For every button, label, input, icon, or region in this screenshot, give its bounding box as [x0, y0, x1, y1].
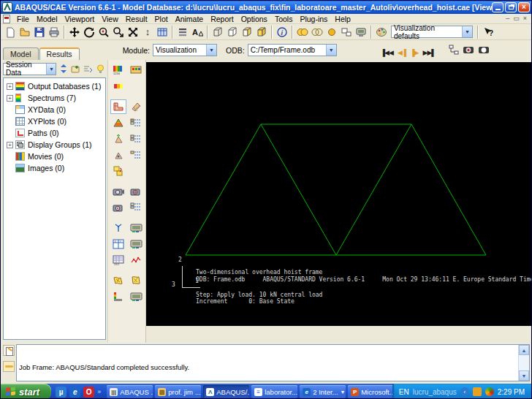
frame-selector-flag-button[interactable]: [128, 273, 144, 288]
monitor-icon[interactable]: [354, 25, 368, 39]
menu-plugins[interactable]: Plug-ins: [296, 15, 331, 23]
viewport-tile-icon[interactable]: [339, 25, 354, 39]
tree-item-movies[interactable]: Movies (0): [7, 151, 105, 162]
path-manager-button[interactable]: [110, 289, 126, 304]
spectrum-manager-button[interactable]: 1234: [110, 63, 126, 77]
menu-view[interactable]: View: [98, 15, 122, 23]
render-shaded-icon[interactable]: [240, 25, 254, 39]
chevron-down-icon[interactable]: ▼: [46, 64, 56, 75]
quick-launch-overflow-icon[interactable]: »: [97, 388, 101, 395]
message-area-tab-button[interactable]: [3, 345, 15, 356]
mdi-close-button[interactable]: ×: [523, 15, 527, 22]
render-filled-icon[interactable]: [254, 25, 269, 39]
task-internet-explorer-group[interactable]: e2 Inter...▼: [300, 385, 346, 398]
annotation-icon[interactable]: A: [190, 25, 205, 39]
chevron-down-icon[interactable]: ▼: [206, 45, 216, 56]
perspective-on-icon[interactable]: [295, 25, 310, 39]
query-icon[interactable]: [175, 25, 190, 39]
tree-item-paths[interactable]: Paths (0): [7, 127, 105, 139]
tree-item-spectrums[interactable]: +Spectrums (7): [7, 92, 105, 104]
first-frame-button[interactable]: ▐◀◀: [381, 49, 393, 56]
tree-item-display-groups[interactable]: +Display Groups (1): [7, 139, 105, 151]
field-output-flag-button[interactable]: [110, 273, 126, 288]
previous-frame-button[interactable]: ◀▐: [398, 49, 406, 56]
capture-image-button[interactable]: [478, 45, 490, 58]
mdi-minimize-button[interactable]: –: [506, 15, 509, 22]
expand-icon[interactable]: +: [7, 83, 13, 90]
menu-report[interactable]: Report: [207, 15, 238, 23]
context-help-button[interactable]: ?: [481, 25, 495, 39]
xy-options-button[interactable]: [128, 237, 144, 251]
tab-results[interactable]: Results: [39, 48, 80, 60]
tree-item-output-databases[interactable]: +Output Databases (1): [7, 80, 105, 92]
session-data-combobox[interactable]: Session Data ▼: [3, 63, 56, 75]
menu-animate[interactable]: Animate: [172, 15, 208, 23]
perspective-off-icon[interactable]: [310, 25, 324, 39]
field-output-tree-button[interactable]: [449, 45, 459, 58]
allow-multiple-plot-states-button[interactable]: [110, 164, 126, 178]
expand-icon[interactable]: +: [7, 142, 13, 148]
legend-mini-button[interactable]: [110, 79, 126, 94]
views-table-icon[interactable]: [155, 25, 170, 39]
animate-scale-factor-button[interactable]: [128, 184, 144, 199]
close-button[interactable]: ×: [518, 2, 530, 12]
filter-button[interactable]: [83, 64, 94, 75]
render-wireframe-icon[interactable]: [210, 25, 225, 39]
color-code-palette-icon[interactable]: [374, 25, 389, 39]
menu-model[interactable]: Model: [33, 15, 61, 23]
tree-item-xyplots[interactable]: XYPlots (0): [7, 115, 105, 127]
viewport-canvas[interactable]: 2 1 3 Two-dimensional overhead hoist fra…: [146, 62, 532, 326]
symbol-options-button[interactable]: [128, 132, 144, 146]
hint-bulb-icon[interactable]: [95, 64, 106, 75]
plot-undeformed-shape-button[interactable]: [110, 99, 126, 114]
chevron-down-icon[interactable]: ▼: [326, 45, 336, 56]
tree-item-xydata[interactable]: XYData (0): [7, 104, 105, 115]
plot-deformed-shape-button[interactable]: [128, 99, 144, 114]
chevron-down-icon[interactable]: ▼: [462, 26, 472, 37]
new-file-button[interactable]: [3, 25, 18, 39]
render-hidden-line-icon[interactable]: [225, 25, 240, 39]
rotate-icon[interactable]: [82, 25, 96, 39]
orientation-options-button[interactable]: [128, 148, 144, 162]
title-bar[interactable]: ABAQUS/CAE Version 6.6-1 - Model Databas…: [1, 1, 531, 14]
info-button[interactable]: i: [275, 25, 289, 39]
display-defaults-combobox[interactable]: Visualization defaults ▼: [391, 26, 473, 38]
xy-keyboard-data-button[interactable]: XXX: [110, 253, 126, 267]
language-bar-chevron-icon[interactable]: ‹: [460, 387, 469, 396]
task-microsoft-powerpoint[interactable]: PMicrosoft...: [348, 385, 392, 398]
menu-tools[interactable]: Tools: [271, 15, 297, 23]
common-options-button[interactable]: [128, 221, 144, 235]
create-button[interactable]: [70, 64, 81, 75]
cycle-zoom-icon[interactable]: ↕: [140, 25, 155, 39]
animate-harmonic-button[interactable]: [110, 200, 126, 215]
print-button[interactable]: [47, 25, 61, 39]
cycle-arrows-icon[interactable]: [58, 64, 69, 75]
plot-symbols-button[interactable]: [110, 132, 126, 146]
print-viewport-button[interactable]: [463, 45, 474, 58]
menu-plot[interactable]: Plot: [151, 15, 172, 23]
opera-icon[interactable]: O: [83, 387, 94, 398]
scroll-down-icon[interactable]: ▼: [519, 370, 529, 381]
single-view-icon[interactable]: [324, 25, 339, 39]
next-frame-button[interactable]: ▐▶: [410, 49, 418, 56]
expand-icon[interactable]: +: [7, 95, 13, 102]
xy-plot-button[interactable]: [128, 253, 144, 267]
animate-time-history-button[interactable]: [110, 184, 126, 199]
menu-options[interactable]: Options: [238, 15, 271, 23]
fit-view-icon[interactable]: [126, 25, 140, 39]
plot-contours-button[interactable]: [110, 115, 126, 130]
mdi-restore-button[interactable]: ▭: [513, 15, 520, 22]
odb-combobox[interactable]: C:/Temp/Frame.odb ▼: [248, 44, 337, 56]
tree-item-images[interactable]: Images (0): [7, 162, 105, 174]
xy-data-manager-button[interactable]: XY: [110, 237, 126, 251]
update-tray-icon[interactable]: [473, 387, 482, 396]
save-button[interactable]: [32, 25, 47, 39]
pan-icon[interactable]: [67, 25, 82, 39]
magnify-icon[interactable]: [96, 25, 111, 39]
command-line-tab-button[interactable]: »»»: [3, 361, 15, 372]
minimize-button[interactable]: [492, 2, 503, 12]
last-frame-button[interactable]: ▶▶▌: [423, 49, 436, 56]
message-scrollbar[interactable]: ▲ ▼: [518, 345, 529, 381]
view-cut-options-button[interactable]: [128, 289, 144, 304]
menu-viewport[interactable]: Viewport: [61, 15, 99, 23]
